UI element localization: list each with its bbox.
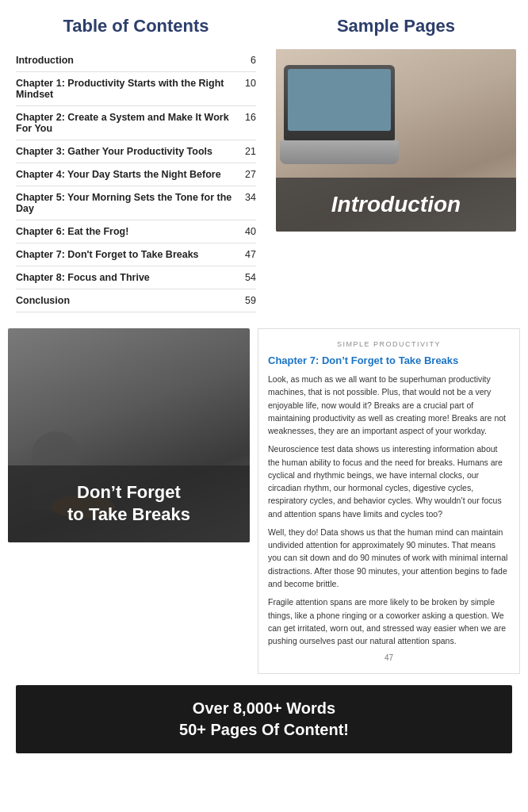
- intro-label-box: Introduction: [276, 178, 516, 232]
- bottom-section: Don’t Forgetto Take Breaks SIMPLE PRODUC…: [8, 328, 520, 674]
- toc-item-label: Chapter 7: Don't Forget to Take Breaks: [16, 249, 245, 260]
- top-section: Table of Contents Introduction6Chapter 1…: [8, 8, 520, 320]
- toc-item-label: Chapter 2: Create a System and Make It W…: [16, 112, 245, 134]
- bottom-banner: Over 8,000+ Words 50+ Pages Of Content!: [16, 685, 512, 753]
- toc-item: Chapter 8: Focus and Thrive54: [16, 266, 256, 289]
- chapter-heading: Chapter 7: Don’t Forget to Take Breaks: [268, 354, 510, 366]
- toc-panel: Table of Contents Introduction6Chapter 1…: [8, 8, 264, 320]
- toc-item-page: 6: [251, 55, 256, 66]
- toc-item: Conclusion59: [16, 289, 256, 312]
- keyboard-shape: [280, 140, 399, 164]
- toc-item-page: 21: [245, 146, 256, 157]
- toc-item: Introduction6: [16, 49, 256, 72]
- toc-item-page: 34: [245, 192, 256, 203]
- toc-item-page: 27: [245, 169, 256, 180]
- toc-title: Table of Contents: [16, 16, 256, 36]
- toc-item: Chapter 2: Create a System and Make It W…: [16, 106, 256, 140]
- forget-panel: Don’t Forgetto Take Breaks: [8, 328, 250, 674]
- chapter-page-number: 47: [268, 653, 510, 662]
- banner-line2: 50+ Pages Of Content!: [32, 721, 496, 739]
- laptop-shape: [284, 65, 395, 140]
- toc-item-page: 40: [245, 226, 256, 237]
- toc-item: Chapter 4: Your Day Starts the Night Bef…: [16, 163, 256, 186]
- toc-item-label: Chapter 3: Gather Your Productivity Tool…: [16, 146, 245, 157]
- forget-image: Don’t Forgetto Take Breaks: [8, 328, 250, 542]
- toc-item: Chapter 1: Productivity Starts with the …: [16, 72, 256, 106]
- toc-item-label: Chapter 5: Your Morning Sets the Tone fo…: [16, 192, 245, 214]
- toc-item: Chapter 6: Eat the Frog!40: [16, 220, 256, 243]
- chapter-paragraph: Look, as much as we all want to be super…: [268, 373, 510, 437]
- toc-item-label: Introduction: [16, 55, 251, 66]
- sample-title: Sample Pages: [276, 16, 516, 36]
- chapter-paragraph: Neuroscience test data shows us interest…: [268, 442, 510, 520]
- toc-item-label: Conclusion: [16, 295, 245, 306]
- laptop-screen: [288, 69, 391, 131]
- intro-image: Introduction: [276, 49, 516, 232]
- toc-item-page: 59: [245, 295, 256, 306]
- toc-item: Chapter 7: Don't Forget to Take Breaks47: [16, 243, 256, 266]
- toc-item-label: Chapter 8: Focus and Thrive: [16, 272, 245, 283]
- toc-list: Introduction6Chapter 1: Productivity Sta…: [16, 49, 256, 312]
- toc-item-label: Chapter 4: Your Day Starts the Night Bef…: [16, 169, 245, 180]
- chapter-panel: SIMPLE PRODUCTIVITY Chapter 7: Don’t For…: [258, 328, 520, 674]
- toc-item-page: 16: [245, 112, 256, 123]
- toc-item-page: 54: [245, 272, 256, 283]
- banner-line1: Over 8,000+ Words: [32, 699, 496, 718]
- chapter-subtitle: SIMPLE PRODUCTIVITY: [268, 340, 510, 348]
- forget-label-text: Don’t Forgetto Take Breaks: [67, 481, 190, 527]
- toc-item-page: 47: [245, 249, 256, 260]
- main-container: Table of Contents Introduction6Chapter 1…: [0, 0, 528, 769]
- intro-label-text: Introduction: [331, 192, 461, 217]
- chapter-paragraph: Fragile attention spans are more likely …: [268, 596, 510, 647]
- sample-panel: Sample Pages Introduction: [272, 8, 520, 320]
- chapter-body: Look, as much as we all want to be super…: [268, 373, 510, 647]
- toc-item-page: 10: [245, 78, 256, 89]
- toc-item-label: Chapter 1: Productivity Starts with the …: [16, 78, 245, 100]
- toc-item: Chapter 3: Gather Your Productivity Tool…: [16, 140, 256, 163]
- forget-label-box: Don’t Forgetto Take Breaks: [8, 465, 250, 542]
- toc-item-label: Chapter 6: Eat the Frog!: [16, 226, 245, 237]
- chapter-paragraph: Well, they do! Data shows us that the hu…: [268, 526, 510, 590]
- toc-item: Chapter 5: Your Morning Sets the Tone fo…: [16, 186, 256, 220]
